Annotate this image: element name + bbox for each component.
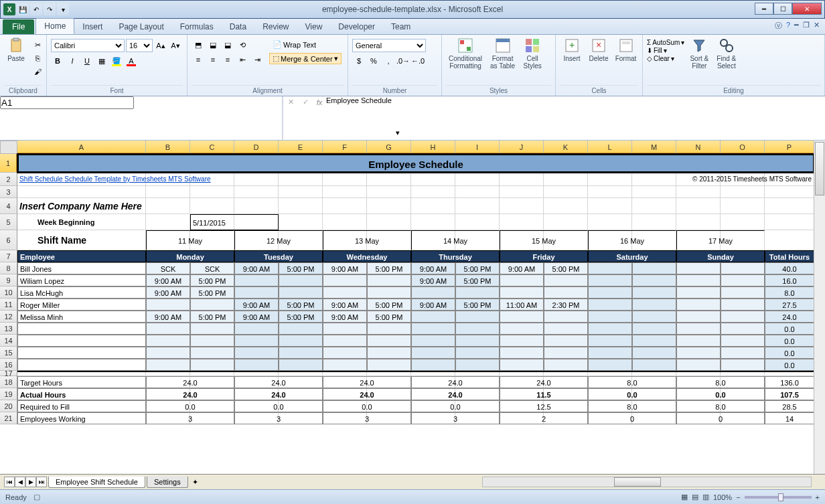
workbook-minimize-icon[interactable]: ━ xyxy=(794,21,799,31)
hdr-day-1[interactable]: Tuesday xyxy=(234,250,323,262)
cell-bg[interactable] xyxy=(279,214,323,230)
emp-5-c9[interactable] xyxy=(544,323,588,335)
emp-total-5[interactable]: 0.0 xyxy=(765,323,814,335)
emp-0-c9[interactable]: 5:00 PM xyxy=(544,262,588,274)
emp-name-3[interactable]: Roger Miller xyxy=(17,299,146,311)
emp-4-c7[interactable] xyxy=(455,311,500,323)
macro-record-icon[interactable]: ▢ xyxy=(33,493,40,501)
comma-icon[interactable]: , xyxy=(382,55,395,67)
font-name-select[interactable]: Calibri xyxy=(51,39,125,52)
tab-insert[interactable]: Insert xyxy=(74,19,110,34)
emp-4-c0[interactable]: 9:00 AM xyxy=(146,311,190,323)
col-header-F[interactable]: F xyxy=(323,141,367,154)
date-4[interactable]: 15 May xyxy=(500,230,588,250)
emp-8-c10[interactable] xyxy=(588,359,632,371)
number-format-select[interactable]: General xyxy=(352,39,426,52)
date-6[interactable]: 17 May xyxy=(676,230,765,250)
emp-2-c9[interactable] xyxy=(544,286,588,299)
emp-6-c0[interactable] xyxy=(146,335,190,347)
tab-nav-last-icon[interactable]: ⏭ xyxy=(36,477,47,487)
emp-5-c10[interactable] xyxy=(588,323,632,335)
align-right-icon[interactable]: ≡ xyxy=(221,54,234,66)
sum-3-d2[interactable]: 3 xyxy=(323,412,411,424)
emp-1-c11[interactable] xyxy=(632,274,676,286)
cell-bg[interactable] xyxy=(676,198,721,214)
sum-3-d4[interactable]: 2 xyxy=(500,412,588,424)
week-value[interactable]: 5/11/2015 xyxy=(190,214,279,230)
cell-bg[interactable] xyxy=(500,173,544,186)
emp-0-c6[interactable]: 9:00 AM xyxy=(411,262,455,274)
emp-8-c8[interactable] xyxy=(500,359,544,371)
workbook-restore-icon[interactable]: ❐ xyxy=(803,21,810,31)
cell-bg[interactable] xyxy=(455,198,500,214)
emp-0-c7[interactable]: 5:00 PM xyxy=(455,262,500,274)
sum-1-d3[interactable]: 24.0 xyxy=(411,388,500,400)
cell-bg[interactable] xyxy=(323,186,367,198)
formula-input[interactable]: Employee Schedule xyxy=(326,96,392,141)
cell-bg[interactable] xyxy=(411,173,455,186)
date-3[interactable]: 14 May xyxy=(411,230,500,250)
emp-0-c5[interactable]: 5:00 PM xyxy=(367,262,411,274)
date-0[interactable]: 11 May xyxy=(146,230,234,250)
cell-bg[interactable] xyxy=(765,230,814,250)
cell-bg[interactable] xyxy=(588,198,632,214)
emp-6-c3[interactable] xyxy=(279,335,323,347)
tab-team[interactable]: Team xyxy=(383,19,419,34)
emp-8-c0[interactable] xyxy=(146,359,190,371)
vertical-scrollbar[interactable] xyxy=(814,141,825,474)
emp-2-c7[interactable] xyxy=(455,286,500,299)
emp-1-c7[interactable]: 5:00 PM xyxy=(455,274,500,286)
zoom-in-icon[interactable]: + xyxy=(816,493,820,501)
emp-7-c8[interactable] xyxy=(500,347,544,359)
cell-bg[interactable] xyxy=(411,198,455,214)
date-5[interactable]: 16 May xyxy=(588,230,676,250)
format-as-table-button[interactable]: Format as Table xyxy=(487,36,518,85)
tab-data[interactable]: Data xyxy=(222,19,254,34)
column-headers[interactable]: ABCDEFGHIJKLMNOP xyxy=(17,141,814,154)
sum-label-0[interactable]: Target Hours xyxy=(17,376,146,388)
paste-button[interactable]: Paste xyxy=(4,36,28,85)
tab-nav-next-icon[interactable]: ▶ xyxy=(25,477,36,487)
emp-0-c8[interactable]: 9:00 AM xyxy=(500,262,544,274)
emp-1-c1[interactable]: 5:00 PM xyxy=(190,274,234,286)
row-header-5[interactable]: 5 xyxy=(0,214,17,230)
emp-7-c3[interactable] xyxy=(279,347,323,359)
cell-bg[interactable] xyxy=(721,214,765,230)
cut-icon[interactable]: ✂ xyxy=(31,39,44,51)
sum-1-d2[interactable]: 24.0 xyxy=(323,388,411,400)
cell-bg[interactable] xyxy=(721,186,765,198)
row-header-17[interactable]: 17 xyxy=(0,371,17,376)
format-painter-icon[interactable]: 🖌 xyxy=(31,66,44,78)
find-select-button[interactable]: Find & Select xyxy=(714,36,739,85)
emp-3-c2[interactable]: 9:00 AM xyxy=(234,299,279,311)
emp-6-c1[interactable] xyxy=(190,335,234,347)
emp-0-c4[interactable]: 9:00 AM xyxy=(323,262,367,274)
week-label[interactable]: Week Beginning xyxy=(17,214,190,230)
help-icon[interactable]: ? xyxy=(786,21,790,31)
hdr-day-4[interactable]: Friday xyxy=(500,250,588,262)
border-icon[interactable]: ▦ xyxy=(95,55,108,67)
align-top-icon[interactable]: ⬒ xyxy=(192,39,205,51)
emp-6-c8[interactable] xyxy=(500,335,544,347)
cell-bg[interactable] xyxy=(544,186,588,198)
emp-6-c4[interactable] xyxy=(323,335,367,347)
row-header-14[interactable]: 14 xyxy=(0,335,17,347)
emp-total-0[interactable]: 40.0 xyxy=(765,262,814,274)
cell-bg[interactable] xyxy=(323,214,367,230)
emp-4-c1[interactable]: 5:00 PM xyxy=(190,311,234,323)
workbook-close-icon[interactable]: ✕ xyxy=(814,21,820,31)
emp-total-4[interactable]: 24.0 xyxy=(765,311,814,323)
emp-6-c7[interactable] xyxy=(455,335,500,347)
fx-icon[interactable]: fx xyxy=(313,96,326,141)
orientation-icon[interactable]: ⟲ xyxy=(236,39,249,51)
tab-page-layout[interactable]: Page Layout xyxy=(110,19,171,34)
sum-3-d1[interactable]: 3 xyxy=(234,412,323,424)
sum-1-d0[interactable]: 24.0 xyxy=(146,388,234,400)
emp-6-c11[interactable] xyxy=(632,335,676,347)
emp-name-5[interactable] xyxy=(17,323,146,335)
hdr-day-6[interactable]: Sunday xyxy=(676,250,765,262)
emp-2-c10[interactable] xyxy=(588,286,632,299)
cell-bg[interactable] xyxy=(367,186,411,198)
row-header-10[interactable]: 10 xyxy=(0,286,17,299)
emp-7-c6[interactable] xyxy=(411,347,455,359)
